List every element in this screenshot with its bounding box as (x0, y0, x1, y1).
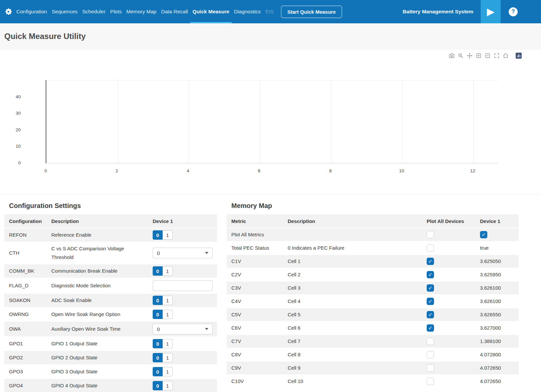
config-description: Reference Enable (47, 228, 148, 242)
gpo4-option-0[interactable]: 0 (153, 381, 163, 390)
gpo2-option-0[interactable]: 0 (153, 353, 163, 362)
config-name-text: CTH (9, 249, 19, 257)
configuration-settings-panel: Configuration Settings Configuration Des… (4, 195, 217, 392)
memory-map-row-c2v: C2VCell 2✓3.625950 (227, 268, 519, 281)
config-name-text: OWA (9, 325, 21, 333)
check-icon: ✓ (428, 259, 433, 264)
c7v-plot-all-devices-checkbox[interactable] (427, 338, 434, 345)
config-control-cell: 01 (148, 264, 217, 278)
metric-description: Cell 3 (283, 281, 422, 294)
nav-item-quick-measure[interactable]: Quick Measure (190, 0, 232, 23)
dropdown-value: 0 (157, 326, 160, 332)
metric-name: Total PEC Status (227, 241, 283, 254)
config-row-comm-bk: COMM_BKCommunication Break Enable01 (4, 264, 217, 278)
nav-item-diagnostics[interactable]: Diagnostics (232, 0, 263, 23)
autoscale-icon[interactable] (494, 53, 500, 59)
c5v-plot-all-devices-checkbox[interactable]: ✓ (427, 311, 434, 318)
config-settings-table: Configuration Description Device 1 REFON… (4, 214, 217, 392)
owrng-option-0[interactable]: 0 (153, 310, 163, 319)
owrng-option-1[interactable]: 1 (163, 310, 173, 319)
nav-item-configuration[interactable]: Configuration (14, 0, 49, 23)
plot-all-metrics-device1-checkbox[interactable]: ✓ (480, 231, 487, 238)
refon-option-1[interactable]: 1 (163, 230, 173, 240)
metric-name: C10V (227, 374, 283, 388)
metric-name-text: C9V (231, 364, 241, 372)
gridline-x-6 (260, 80, 260, 163)
plot-all-devices-cell: ✓ (422, 294, 475, 308)
config-control-cell: 01 (148, 336, 217, 350)
nav-item-data-recall[interactable]: Data Recall (159, 0, 190, 23)
plot-all-devices-cell (422, 241, 475, 254)
memory-map-table: Metric Description Plot All Devices Devi… (227, 214, 519, 388)
gpo3-option-1[interactable]: 1 (163, 367, 173, 376)
config-settings-header-row: Configuration Description Device 1 (4, 214, 217, 228)
config-row-cth: CTHC vs S ADC Comparison Voltage Thresho… (4, 242, 217, 264)
config-name-text: COMM_BK (9, 267, 34, 275)
home-icon[interactable] (503, 53, 509, 59)
nav-item-sequences[interactable]: Sequences (49, 0, 80, 23)
plot-all-metrics-plot-all-devices-checkbox[interactable] (427, 231, 434, 238)
refon-option-0[interactable]: 0 (153, 230, 163, 240)
device1-value: 4.072650 (480, 377, 501, 386)
page-title: Quick Measure Utility (4, 32, 86, 41)
settings-gear-icon[interactable] (4, 7, 13, 16)
c9v-plot-all-devices-checkbox[interactable] (427, 364, 434, 372)
nav-item-eis[interactable]: EIS (263, 0, 276, 23)
owa-dropdown[interactable]: 0 (153, 324, 213, 334)
y-tick-10: 10 (9, 144, 21, 149)
c2v-plot-all-devices-checkbox[interactable]: ✓ (427, 271, 434, 278)
check-icon: ✓ (428, 286, 433, 291)
plotly-logo-icon[interactable] (516, 53, 522, 59)
c6v-plot-all-devices-checkbox[interactable]: ✓ (427, 324, 434, 332)
soakon-toggle: 01 (153, 296, 173, 305)
metric-name: C3V (227, 281, 283, 294)
pan-icon[interactable] (467, 53, 473, 59)
config-name-text: GPO1 (9, 339, 23, 348)
config-name: CTH (4, 242, 47, 264)
config-name: COMM_BK (4, 264, 47, 278)
c3v-plot-all-devices-checkbox[interactable]: ✓ (427, 284, 434, 292)
nav-item-memory-map[interactable]: Memory Map (124, 0, 159, 23)
memory-map-row-c4v: C4VCell 4✓3.626100 (227, 294, 519, 308)
gpo1-option-1[interactable]: 1 (163, 339, 173, 348)
zoom-in-icon[interactable] (476, 53, 482, 59)
zoom-out-icon[interactable] (485, 53, 491, 59)
gpo1-option-0[interactable]: 0 (153, 339, 163, 348)
camera-icon[interactable] (449, 53, 455, 59)
metric-description: Cell 6 (283, 321, 422, 334)
plot-area[interactable] (46, 80, 498, 163)
c1v-plot-all-devices-checkbox[interactable]: ✓ (427, 258, 434, 265)
top-nav-bar: ConfigurationSequencesSchedulerPlotsMemo… (0, 0, 541, 23)
zoom-icon[interactable] (458, 53, 464, 59)
gpo3-option-0[interactable]: 0 (153, 367, 163, 376)
cth-dropdown[interactable]: 0 (153, 248, 213, 258)
metric-name-text: C1V (231, 257, 241, 266)
c10v-plot-all-devices-checkbox[interactable] (427, 378, 434, 385)
nav-item-plots[interactable]: Plots (108, 0, 124, 23)
soakon-option-0[interactable]: 0 (153, 296, 163, 305)
metric-description-text: 0 Indicates a PEC Failure (288, 244, 344, 252)
device1-cell: ✓ (475, 228, 519, 241)
comm-bk-option-0[interactable]: 0 (153, 266, 163, 276)
flag-d-input[interactable] (153, 280, 213, 291)
c8v-plot-all-devices-checkbox[interactable] (427, 351, 434, 358)
comm-bk-option-1[interactable]: 1 (163, 266, 173, 276)
col-configuration: Configuration (4, 214, 47, 228)
play-icon: ▶ (487, 7, 494, 17)
help-icon[interactable]: ? (509, 7, 518, 16)
start-quick-measure-button[interactable]: Start Quick Measure (281, 6, 342, 18)
gpo2-toggle: 01 (153, 353, 173, 362)
gpo2-option-1[interactable]: 1 (163, 353, 173, 362)
total-pec-status-plot-all-devices-checkbox[interactable] (427, 244, 434, 252)
soakon-option-1[interactable]: 1 (163, 296, 173, 305)
metric-name: C6V (227, 321, 283, 334)
gpo4-option-1[interactable]: 1 (163, 381, 173, 390)
c4v-plot-all-devices-checkbox[interactable]: ✓ (427, 298, 434, 305)
plot-section: 010203040 024681012 (0, 49, 541, 194)
config-description-text: GPIO 2 Output State (51, 353, 97, 362)
owrng-toggle: 01 (153, 310, 173, 319)
config-name: SOAKON (4, 293, 47, 307)
run-play-button[interactable]: ▶ (481, 0, 501, 23)
nav-item-scheduler[interactable]: Scheduler (80, 0, 108, 23)
config-settings-tbody: REFONReference Enable01CTHC vs S ADC Com… (4, 228, 217, 392)
